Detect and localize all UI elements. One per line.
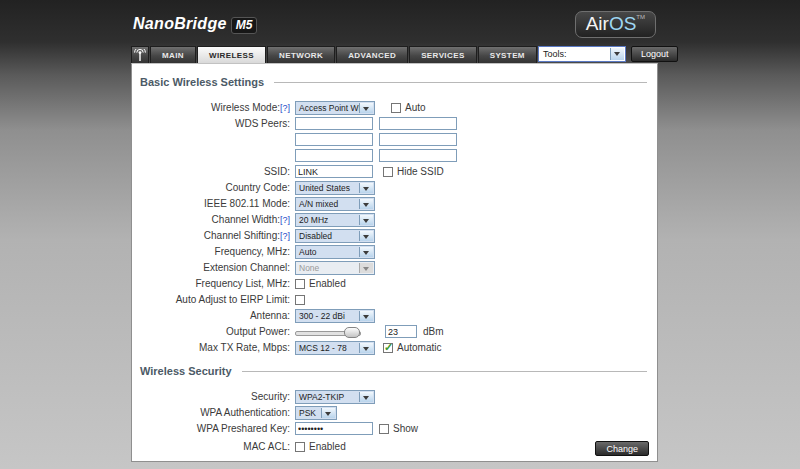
max-tx-rate-select[interactable]: MCS 12 - 78	[295, 341, 375, 355]
wds-peers-row-2	[138, 132, 647, 147]
eirp-limit-row: Auto Adjust to EIRP Limit:	[138, 292, 647, 307]
section-rule	[242, 371, 647, 372]
channel-width-label: Channel Width:[?]	[138, 214, 295, 225]
airos-logo: AirOSTM	[575, 11, 656, 38]
channel-shifting-select[interactable]: Disabled	[295, 229, 375, 243]
security-select[interactable]: WPA2-TKIP	[295, 390, 375, 404]
extension-channel-select: None	[295, 261, 375, 275]
wds-peer-input-6[interactable]	[379, 149, 457, 162]
antenna-label: Antenna:	[138, 310, 295, 321]
security-row: Security: WPA2-TKIP	[138, 389, 647, 404]
mac-acl-checkbox[interactable]	[295, 442, 305, 452]
logout-button[interactable]: Logout	[631, 46, 679, 62]
frequency-list-enabled-label: Enabled	[309, 278, 346, 289]
dropdown-arrow-icon	[359, 183, 373, 193]
wpa-preshared-key-label: WPA Preshared Key:	[138, 423, 295, 434]
ieee-mode-row: IEEE 802.11 Mode: A/N mixed	[138, 196, 647, 211]
wpa-authentication-select[interactable]: PSK	[295, 406, 337, 420]
top-logo-bar: NanoBridge M5 AirOSTM	[131, 0, 658, 45]
tab-system[interactable]: SYSTEM	[478, 46, 537, 63]
channel-width-row: Channel Width:[?] 20 MHz	[138, 212, 647, 227]
auto-checkbox-label: Auto	[405, 102, 426, 113]
dropdown-arrow-icon	[359, 103, 373, 113]
frequency-label: Frequency, MHz:	[138, 246, 295, 257]
brand-name: NanoBridge	[133, 15, 227, 33]
section-title: Basic Wireless Settings	[140, 76, 264, 88]
show-key-label: Show	[393, 423, 418, 434]
antenna-select[interactable]: 300 - 22 dBi	[295, 309, 375, 323]
wds-peer-input-2[interactable]	[379, 117, 457, 130]
eirp-limit-label: Auto Adjust to EIRP Limit:	[138, 294, 295, 305]
dropdown-arrow-icon	[359, 231, 373, 241]
frequency-list-enabled-checkbox[interactable]	[295, 279, 305, 289]
output-power-input[interactable]	[385, 325, 417, 338]
country-code-select[interactable]: United States	[295, 181, 375, 195]
hide-ssid-checkbox[interactable]	[383, 167, 393, 177]
wpa-preshared-key-input[interactable]	[295, 422, 373, 435]
wpa-authentication-label: WPA Authentication:	[138, 407, 295, 418]
airos-logo-tm: TM	[636, 14, 645, 20]
wireless-security-section-header: Wireless Security	[140, 365, 647, 377]
country-code-label: Country Code:	[138, 182, 295, 193]
tab-main[interactable]: MAIN	[150, 46, 196, 63]
dropdown-arrow-icon	[359, 343, 373, 353]
slider-thumb[interactable]	[344, 327, 360, 338]
tab-advanced[interactable]: ADVANCED	[336, 46, 408, 63]
dropdown-arrow-icon	[359, 247, 373, 257]
airos-logo-air: Air	[586, 13, 609, 34]
tab-home[interactable]	[131, 46, 149, 63]
frequency-list-row: Frequency List, MHz: Enabled	[138, 276, 647, 291]
output-power-row: Output Power: dBm	[138, 324, 647, 339]
ieee-mode-select[interactable]: A/N mixed	[295, 197, 375, 211]
ssid-label: SSID:	[138, 166, 295, 177]
wpa-authentication-row: WPA Authentication: PSK	[138, 405, 647, 420]
wireless-mode-select[interactable]: Access Point WDS	[295, 101, 375, 115]
wireless-mode-label: Wireless Mode:[?]	[138, 102, 295, 113]
frequency-row: Frequency, MHz: Auto	[138, 244, 647, 259]
wds-peer-input-4[interactable]	[379, 133, 457, 146]
automatic-checkbox[interactable]	[383, 343, 393, 353]
hide-ssid-label: Hide SSID	[397, 166, 444, 177]
max-tx-rate-row: Max TX Rate, Mbps: MCS 12 - 78 Automatic	[138, 340, 647, 355]
wds-peer-input-1[interactable]	[295, 117, 373, 130]
dropdown-arrow-icon	[610, 48, 624, 60]
dropdown-arrow-icon	[321, 408, 335, 418]
wds-peer-input-5[interactable]	[295, 149, 373, 162]
change-button[interactable]: Change	[595, 441, 649, 456]
output-power-unit: dBm	[423, 326, 444, 337]
country-code-row: Country Code: United States	[138, 180, 647, 195]
wireless-mode-help-link[interactable]: [?]	[280, 103, 290, 113]
eirp-limit-checkbox[interactable]	[295, 295, 305, 305]
channel-shifting-help-link[interactable]: [?]	[280, 231, 290, 241]
max-tx-rate-label: Max TX Rate, Mbps:	[138, 342, 295, 353]
wds-peers-row-3	[138, 148, 647, 163]
section-rule	[274, 82, 647, 83]
wds-peers-label: WDS Peers:	[138, 118, 295, 129]
channel-width-help-link[interactable]: [?]	[280, 215, 290, 225]
frequency-select[interactable]: Auto	[295, 245, 375, 259]
wds-peer-input-3[interactable]	[295, 133, 373, 146]
tab-network[interactable]: NETWORK	[267, 46, 335, 63]
security-label: Security:	[138, 391, 295, 402]
auto-checkbox[interactable]	[391, 103, 401, 113]
channel-shifting-label: Channel Shifting:[?]	[138, 230, 295, 241]
dropdown-arrow-icon	[359, 311, 373, 321]
ieee-mode-label: IEEE 802.11 Mode:	[138, 198, 295, 209]
automatic-checkbox-label: Automatic	[397, 342, 441, 353]
ssid-input[interactable]	[295, 165, 373, 178]
output-power-slider[interactable]	[295, 325, 361, 339]
wds-peers-row-1: WDS Peers:	[138, 116, 647, 131]
airos-app: NanoBridge M5 AirOSTM MAIN WIRELESS NETW…	[131, 0, 658, 462]
extension-channel-label: Extension Channel:	[138, 262, 295, 273]
channel-width-select[interactable]: 20 MHz	[295, 213, 375, 227]
tab-bar-right: Tools: Logout	[538, 46, 679, 63]
tab-services[interactable]: SERVICES	[409, 46, 477, 63]
dropdown-arrow-icon	[359, 199, 373, 209]
tab-wireless[interactable]: WIRELESS	[197, 46, 266, 63]
tools-select[interactable]: Tools:	[538, 46, 626, 62]
mac-acl-row: MAC ACL: Enabled	[138, 439, 647, 454]
model-badge: M5	[231, 17, 258, 34]
antenna-row: Antenna: 300 - 22 dBi	[138, 308, 647, 323]
show-key-checkbox[interactable]	[379, 424, 389, 434]
antenna-icon	[132, 49, 148, 62]
